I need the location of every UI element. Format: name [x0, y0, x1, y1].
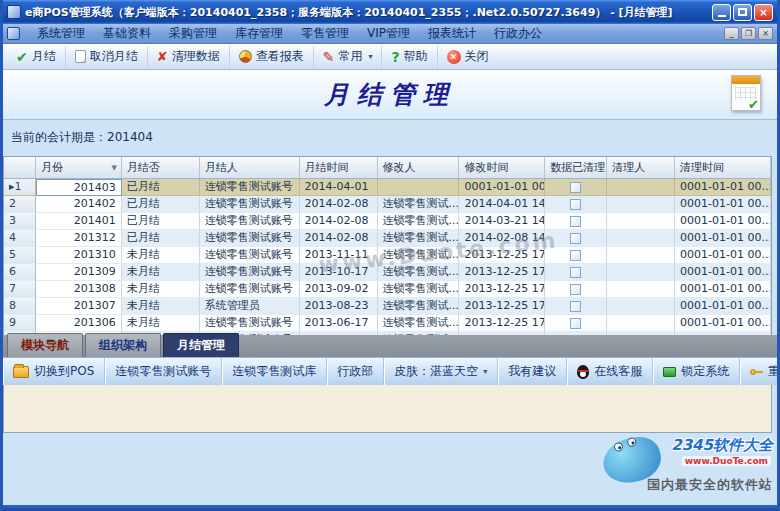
- cleaned-checkbox[interactable]: [570, 199, 581, 210]
- menu-inventory[interactable]: 库存管理: [226, 25, 292, 42]
- menu-reports[interactable]: 报表统计: [419, 25, 485, 42]
- skin-selector[interactable]: 皮肤：湛蓝天空 ▾: [384, 358, 498, 385]
- maximize-button[interactable]: [733, 4, 752, 21]
- menu-admin[interactable]: 行政办公: [485, 25, 551, 42]
- cell-month: 201403: [36, 179, 122, 196]
- cell-closer: 连锁零售测试账号: [200, 196, 300, 213]
- online-service-button[interactable]: 在线客服: [567, 358, 653, 385]
- cell-cleaned: [545, 264, 607, 281]
- cell-num: 3: [4, 213, 36, 230]
- cell-clean_time: 0001-01-01 00...: [675, 298, 771, 315]
- cell-modifier: 连锁零售测试...: [378, 230, 460, 247]
- cell-cleaned: [545, 281, 607, 298]
- cell-month: 201307: [36, 298, 122, 315]
- cell-modify_time: 2014-03-21 14:47: [459, 213, 545, 230]
- tab-module-nav[interactable]: 模块导航: [7, 333, 83, 357]
- table-row[interactable]: 2201402已月结连锁零售测试账号2014-02-08连锁零售测试...201…: [4, 196, 771, 213]
- relogin-button[interactable]: 重新登录: [740, 358, 780, 385]
- cleaned-checkbox[interactable]: [570, 182, 581, 193]
- header-modifier[interactable]: 修改人: [378, 157, 460, 178]
- menu-basic-data[interactable]: 基础资料: [94, 25, 160, 42]
- cleaned-checkbox[interactable]: [570, 284, 581, 295]
- header-cleaner[interactable]: 清理人: [607, 157, 675, 178]
- cell-cleaner: [607, 179, 675, 196]
- mdi-close-button[interactable]: ×: [758, 27, 773, 40]
- cleaned-checkbox[interactable]: [570, 267, 581, 278]
- menu-purchase[interactable]: 采购管理: [160, 25, 226, 42]
- switch-to-pos-label: 切换到POS: [34, 363, 94, 380]
- online-service-label: 在线客服: [594, 363, 642, 380]
- close-button[interactable]: ×: [754, 4, 773, 21]
- cleaned-checkbox[interactable]: [570, 301, 581, 312]
- menu-vip[interactable]: VIP管理: [358, 25, 419, 42]
- view-report-button[interactable]: 查看报表: [230, 46, 314, 68]
- mdi-minimize-button[interactable]: _: [724, 27, 739, 40]
- header-close-time[interactable]: 月结时间: [300, 157, 378, 178]
- tab-month-close[interactable]: 月结管理: [163, 333, 239, 357]
- page-banner: 月结管理 ✔: [3, 70, 777, 120]
- suggestion-button[interactable]: 我有建议: [498, 358, 567, 385]
- header-modify-time[interactable]: 修改时间: [459, 157, 545, 178]
- cell-cleaned: [545, 298, 607, 315]
- view-report-label: 查看报表: [256, 48, 304, 65]
- cell-modifier: 连锁零售测试...: [378, 196, 460, 213]
- table-row[interactable]: 3201401已月结连锁零售测试账号2014-02-08连锁零售测试...201…: [4, 213, 771, 230]
- cleaned-checkbox[interactable]: [570, 216, 581, 227]
- filter-arrow-icon[interactable]: ▼: [111, 164, 116, 172]
- cancel-month-close-button[interactable]: 取消月结: [66, 46, 148, 68]
- table-row[interactable]: 7201308未月结连锁零售测试账号2013-09-02连锁零售测试...201…: [4, 281, 771, 298]
- header-closer[interactable]: 月结人: [200, 157, 300, 178]
- cell-month: 201401: [36, 213, 122, 230]
- table-row[interactable]: 6201309未月结连锁零售测试账号2013-10-17连锁零售测试...201…: [4, 264, 771, 281]
- cleaned-checkbox[interactable]: [570, 318, 581, 329]
- lock-system-button[interactable]: 锁定系统: [653, 358, 740, 385]
- cell-modify_time: 2013-12-25 17:17: [459, 281, 545, 298]
- cleaned-checkbox[interactable]: [570, 250, 581, 261]
- cell-clean_time: 0001-01-01 00...: [675, 179, 771, 196]
- menu-retail[interactable]: 零售管理: [292, 25, 358, 42]
- cleaned-checkbox[interactable]: [570, 233, 581, 244]
- cell-cleaner: [607, 213, 675, 230]
- current-period-label: 当前的会计期是：201404: [11, 129, 153, 146]
- cell-cleaner: [607, 196, 675, 213]
- mdi-child-icon: [7, 27, 20, 40]
- menu-system[interactable]: 系统管理: [28, 25, 94, 42]
- chevron-down-icon: ▾: [483, 367, 487, 376]
- grid-header: 月份▼ 月结否 月结人 月结时间 修改人 修改时间 数据已清理 清理人 清理时间: [4, 157, 771, 179]
- month-close-button[interactable]: ✔ 月结: [7, 46, 66, 68]
- tab-org-structure[interactable]: 组织架构: [85, 333, 161, 357]
- cell-modifier: 连锁零售测试...: [378, 315, 460, 332]
- header-cleaned[interactable]: 数据已清理: [545, 157, 607, 178]
- header-month[interactable]: 月份▼: [36, 157, 122, 178]
- cell-closer: 连锁零售测试账号: [200, 230, 300, 247]
- mdi-restore-button[interactable]: ❐: [741, 27, 756, 40]
- table-row[interactable]: 9201306未月结连锁零售测试账号2013-06-17连锁零售测试...201…: [4, 315, 771, 332]
- cell-clean_time: 0001-01-01 00...: [675, 230, 771, 247]
- cell-closed: 未月结: [122, 281, 200, 298]
- table-row[interactable]: ▸1201403已月结连锁零售测试账号2014-04-010001-01-01 …: [4, 179, 771, 196]
- close-page-button[interactable]: ✕ 关闭: [438, 46, 498, 68]
- table-row[interactable]: 8201307未月结系统管理员2013-08-23连锁零售测试...2013-1…: [4, 298, 771, 315]
- cell-closed: 已月结: [122, 196, 200, 213]
- status-bar: 切换到POS 连锁零售测试账号 连锁零售测试库 行政部 皮肤：湛蓝天空 ▾ 我有…: [3, 357, 777, 385]
- cell-cleaner: [607, 247, 675, 264]
- cell-clean_time: 0001-01-01 00...: [675, 315, 771, 332]
- cell-cleaned: [545, 230, 607, 247]
- minimize-button[interactable]: [712, 4, 731, 21]
- header-closed[interactable]: 月结否: [122, 157, 200, 178]
- app-icon: [7, 5, 21, 19]
- table-row[interactable]: 5201310未月结连锁零售测试账号2013-11-11连锁零售测试...201…: [4, 247, 771, 264]
- cell-close_time: 2013-11-11: [300, 247, 378, 264]
- cell-modify_time: 2013-12-25 17:17: [459, 298, 545, 315]
- calendar-check-icon: ✔: [748, 97, 759, 112]
- help-button[interactable]: ? 帮助: [382, 46, 437, 68]
- cell-cleaner: [607, 281, 675, 298]
- favorites-button[interactable]: ✎ 常用 ▾: [314, 46, 383, 68]
- switch-to-pos-button[interactable]: 切换到POS: [3, 358, 105, 385]
- cell-modifier: 连锁零售测试...: [378, 281, 460, 298]
- table-row[interactable]: 4201312已月结连锁零售测试账号2014-02-08连锁零售测试...201…: [4, 230, 771, 247]
- relogin-label: 重新登录: [768, 363, 780, 380]
- cell-num: 9: [4, 315, 36, 332]
- clean-data-button[interactable]: ✘ 清理数据: [148, 46, 230, 68]
- header-clean-time[interactable]: 清理时间: [675, 157, 771, 178]
